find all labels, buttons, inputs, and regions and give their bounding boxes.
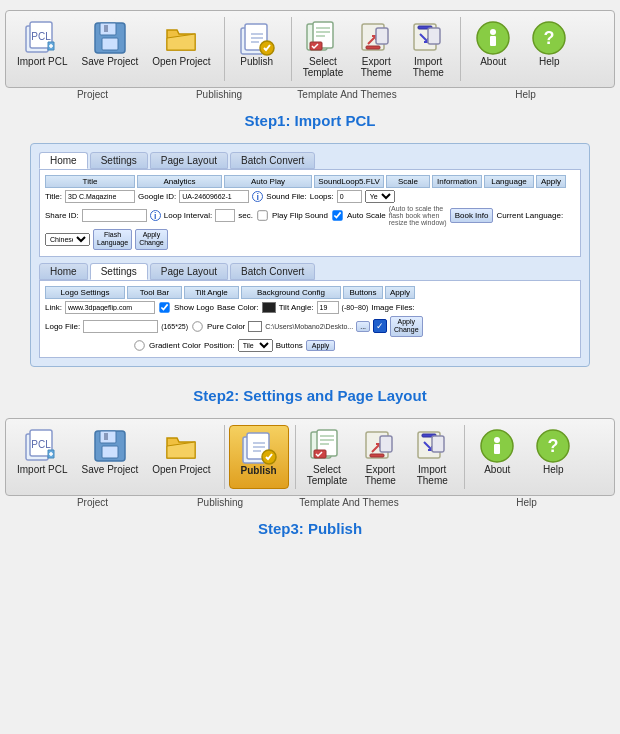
mini-fields-row-2: Share ID: i Loop Interval: sec. Play Fli… bbox=[45, 205, 575, 250]
help-button-2[interactable]: ? Help bbox=[525, 425, 581, 489]
current-lang-label-1: Current Language: bbox=[496, 211, 563, 220]
svg-rect-18 bbox=[428, 28, 440, 44]
svg-rect-15 bbox=[376, 28, 388, 44]
browse-btn-2[interactable]: ... bbox=[356, 321, 370, 332]
help-button-1[interactable]: ? Help bbox=[521, 17, 577, 81]
position-select-2[interactable]: Tile bbox=[238, 339, 273, 352]
export-theme-button-2[interactable]: Export Theme bbox=[354, 425, 406, 489]
import-theme-button-1[interactable]: Import Theme bbox=[402, 17, 454, 81]
apply-change-btn-2[interactable]: Apply Change bbox=[390, 316, 423, 337]
import-theme-icon-2 bbox=[414, 428, 450, 464]
mini-fields-row-3: Link: Show Logo Base Color: Tilt Angle: … bbox=[45, 301, 575, 314]
apply-btn-2[interactable]: Apply bbox=[306, 340, 336, 351]
pure-color-radio-2[interactable] bbox=[192, 321, 202, 331]
about-icon-1 bbox=[475, 20, 511, 56]
save-project-label: Save Project bbox=[82, 56, 139, 67]
step3-label: Step3: Publish bbox=[258, 520, 362, 537]
help-group-label-1: Help bbox=[436, 89, 615, 100]
tab-home-2[interactable]: Home bbox=[39, 263, 88, 280]
section-scale-1: Scale bbox=[386, 175, 430, 188]
svg-point-20 bbox=[490, 29, 496, 35]
section-toolbar-2: Tool Bar bbox=[127, 286, 182, 299]
pure-color-label-2: Pure Color bbox=[207, 322, 245, 331]
open-project-button[interactable]: Open Project bbox=[145, 17, 217, 81]
title-input-1[interactable] bbox=[65, 190, 135, 203]
yes-select-1[interactable]: Yes bbox=[365, 190, 395, 203]
open-project-icon bbox=[163, 20, 199, 56]
toolbar-1-bar: PCL Import PCL Save Project bbox=[5, 10, 615, 88]
select-template-button-2[interactable]: Select Template bbox=[300, 425, 355, 489]
tab-batchconvert-1[interactable]: Batch Convert bbox=[230, 152, 315, 169]
help-group-label-2: Help bbox=[438, 497, 615, 508]
loop-interval-input-1[interactable] bbox=[215, 209, 235, 222]
flip-sound-check-1[interactable] bbox=[257, 210, 267, 220]
tab-batchconvert-2[interactable]: Batch Convert bbox=[230, 263, 315, 280]
import-theme-icon-1 bbox=[410, 20, 446, 56]
auto-scale-check-1[interactable] bbox=[332, 210, 342, 220]
select-template-button-1[interactable]: Select Template bbox=[296, 17, 351, 81]
logo-file-label-2: Logo File: bbox=[45, 322, 80, 331]
template-themes-group-2: Select Template Export Theme bbox=[300, 425, 466, 489]
export-theme-icon-1 bbox=[358, 20, 394, 56]
book-info-btn-1[interactable]: Book Info bbox=[450, 208, 494, 223]
publish-button-1[interactable]: Publish bbox=[229, 17, 285, 81]
apply-change-btn-1[interactable]: Apply Change bbox=[135, 229, 168, 250]
toolbar-1: PCL Import PCL Save Project bbox=[5, 10, 615, 100]
section-buttons-2: Buttons bbox=[343, 286, 383, 299]
show-logo-check-2[interactable] bbox=[159, 302, 169, 312]
lang-select-1[interactable]: Chinese bbox=[45, 233, 90, 246]
title-label-1: Title: bbox=[45, 192, 62, 201]
mini-section-labels-2: Logo Settings Tool Bar Tilt Angle Backgr… bbox=[45, 286, 575, 299]
google-id-input-1[interactable] bbox=[179, 190, 249, 203]
tab-settings-2[interactable]: Settings bbox=[90, 263, 148, 280]
export-theme-button-1[interactable]: Export Theme bbox=[350, 17, 402, 81]
open-project-button-2[interactable]: Open Project bbox=[145, 425, 217, 489]
toolbar-1-group-labels: Project Publishing Template And Themes H… bbox=[5, 89, 615, 100]
tilt-angle-input-2[interactable] bbox=[317, 301, 339, 314]
section-autoplay-1: Auto Play bbox=[224, 175, 312, 188]
flip-sound-label-1: Play Flip Sound bbox=[272, 211, 328, 220]
step2-label: Step2: Settings and Page Layout bbox=[193, 387, 426, 404]
project-group-label-2: Project bbox=[5, 497, 180, 508]
import-pcl-icon: PCL bbox=[24, 20, 60, 56]
share-id-input-1[interactable] bbox=[82, 209, 147, 222]
save-project-icon bbox=[92, 20, 128, 56]
publish-label-1: Publish bbox=[240, 56, 273, 67]
link-input-2[interactable] bbox=[65, 301, 155, 314]
export-theme-label-2: Export Theme bbox=[365, 464, 396, 486]
gradient-color-radio-2[interactable] bbox=[134, 340, 144, 350]
svg-rect-6 bbox=[104, 25, 108, 32]
publish-icon-1 bbox=[239, 20, 275, 56]
project-group-label-1: Project bbox=[5, 89, 180, 100]
image-files-label-2: Image Files: bbox=[371, 303, 415, 312]
svg-rect-14 bbox=[366, 46, 380, 49]
import-theme-button-2[interactable]: Import Theme bbox=[406, 425, 458, 489]
mini-fields-row-4: Logo File: (165*25) Pure Color C:\Users\… bbox=[45, 316, 575, 337]
tab-pagelayout-2[interactable]: Page Layout bbox=[150, 263, 228, 280]
toolbar-2: PCL Import PCL Save Project bbox=[5, 418, 615, 508]
info-icon-2: i bbox=[150, 210, 161, 221]
export-theme-icon-2 bbox=[362, 428, 398, 464]
logo-file-input-2[interactable] bbox=[83, 320, 158, 333]
tab-settings-1[interactable]: Settings bbox=[90, 152, 148, 169]
tab-pagelayout-1[interactable]: Page Layout bbox=[150, 152, 228, 169]
pure-color-swatch-2 bbox=[248, 321, 262, 332]
save-project-button-2[interactable]: Save Project bbox=[75, 425, 146, 489]
mini-content-2: Logo Settings Tool Bar Tilt Angle Backgr… bbox=[39, 280, 581, 358]
svg-rect-38 bbox=[370, 454, 384, 457]
flash-lang-btn-1[interactable]: Flash Language bbox=[93, 229, 132, 250]
import-pcl-button-2[interactable]: PCL Import PCL bbox=[10, 425, 75, 489]
about-button-1[interactable]: About bbox=[465, 17, 521, 81]
about-icon-2 bbox=[479, 428, 515, 464]
auto-scale-label-1: Auto Scale bbox=[347, 211, 386, 220]
section-apply-1: Apply bbox=[536, 175, 566, 188]
about-button-2[interactable]: About bbox=[469, 425, 525, 489]
loops-input-1[interactable] bbox=[337, 190, 362, 203]
import-pcl-button[interactable]: PCL Import PCL bbox=[10, 17, 75, 81]
publishing-group-1: Publish bbox=[229, 17, 292, 81]
tab-home-1[interactable]: Home bbox=[39, 152, 88, 169]
publish-button-2[interactable]: Publish bbox=[229, 425, 289, 489]
svg-point-44 bbox=[494, 437, 500, 443]
help-group-2: About ? Help bbox=[469, 425, 581, 489]
save-project-button[interactable]: Save Project bbox=[75, 17, 146, 81]
